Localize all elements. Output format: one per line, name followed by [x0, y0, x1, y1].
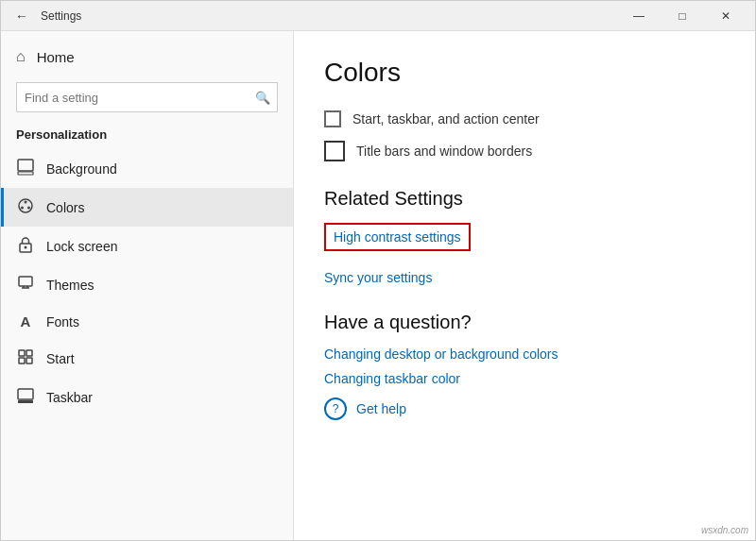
lock-screen-label: Lock screen [46, 239, 117, 254]
sidebar-item-themes[interactable]: Themes [1, 265, 293, 304]
titlebar: ← Settings — □ ✕ [1, 1, 755, 31]
svg-rect-13 [18, 389, 33, 399]
related-settings-title: Related Settings [324, 188, 725, 210]
main-content: Colors Start, taskbar, and action center… [294, 31, 755, 540]
start-taskbar-checkbox[interactable] [324, 110, 341, 127]
window-title: Settings [41, 9, 617, 23]
get-help-link[interactable]: Get help [356, 401, 406, 416]
have-a-question-section: Have a question? Changing desktop or bac… [324, 312, 725, 420]
background-icon [16, 159, 35, 178]
svg-point-7 [25, 246, 27, 249]
high-contrast-link-box: High contrast settings [324, 223, 471, 251]
sidebar-item-taskbar[interactable]: Taskbar [1, 378, 293, 416]
start-label: Start [46, 351, 75, 366]
title-bars-checkbox-row: Title bars and window borders [324, 141, 725, 161]
svg-rect-9 [19, 350, 25, 356]
svg-rect-10 [26, 350, 32, 356]
sidebar-item-fonts[interactable]: A Fonts [1, 304, 293, 339]
themes-icon [16, 275, 35, 295]
taskbar-icon [16, 387, 35, 407]
svg-point-4 [27, 207, 30, 210]
sidebar-item-home[interactable]: ⌂ Home [1, 39, 293, 75]
background-label: Background [46, 161, 117, 177]
taskbar-color-link[interactable]: Changing taskbar color [324, 371, 725, 386]
fonts-icon: A [16, 313, 35, 330]
close-button[interactable]: ✕ [704, 1, 747, 31]
question-title: Have a question? [324, 312, 725, 333]
svg-rect-8 [19, 277, 32, 286]
taskbar-label: Taskbar [46, 390, 93, 405]
title-bars-label: Title bars and window borders [356, 144, 532, 159]
sidebar: ⌂ Home 🔍 Personalization Background [1, 31, 294, 540]
colors-icon [16, 197, 35, 217]
back-button[interactable]: ← [9, 3, 35, 29]
start-taskbar-label: Start, taskbar, and action center [352, 111, 540, 127]
app-content: ⌂ Home 🔍 Personalization Background [1, 31, 755, 540]
sidebar-item-start[interactable]: Start [1, 339, 293, 378]
svg-rect-12 [26, 358, 32, 363]
svg-point-5 [21, 207, 24, 210]
search-input[interactable] [17, 91, 249, 105]
svg-rect-11 [19, 358, 25, 363]
svg-rect-1 [18, 172, 33, 175]
get-help-icon: ? [324, 397, 347, 420]
get-help-row: ? Get help [324, 397, 725, 420]
maximize-button[interactable]: □ [661, 1, 704, 31]
svg-rect-0 [18, 160, 33, 171]
title-bars-checkbox[interactable] [324, 141, 345, 161]
sync-settings-link[interactable]: Sync your settings [324, 270, 725, 285]
themes-label: Themes [46, 278, 94, 293]
sidebar-item-colors[interactable]: Colors [1, 188, 293, 227]
window-controls: — □ ✕ [617, 1, 747, 31]
page-title: Colors [324, 58, 725, 88]
minimize-button[interactable]: — [617, 1, 661, 31]
fonts-label: Fonts [46, 314, 79, 330]
search-icon: 🔍 [249, 91, 277, 105]
sidebar-item-lock-screen[interactable]: Lock screen [1, 227, 293, 265]
svg-rect-14 [18, 400, 33, 403]
start-taskbar-checkbox-row: Start, taskbar, and action center [324, 110, 725, 127]
sidebar-item-background[interactable]: Background [1, 149, 293, 188]
colors-label: Colors [46, 200, 84, 215]
desktop-colors-link[interactable]: Changing desktop or background colors [324, 347, 725, 362]
svg-point-3 [25, 201, 27, 204]
watermark: wsxdn.com [701, 525, 748, 535]
high-contrast-link[interactable]: High contrast settings [334, 229, 461, 245]
home-icon: ⌂ [16, 48, 26, 65]
high-contrast-link-container: High contrast settings [324, 223, 725, 261]
home-label: Home [37, 49, 75, 65]
start-icon [16, 348, 35, 368]
search-box[interactable]: 🔍 [16, 82, 278, 112]
personalization-heading: Personalization [1, 124, 293, 149]
lock-screen-icon [16, 236, 35, 256]
